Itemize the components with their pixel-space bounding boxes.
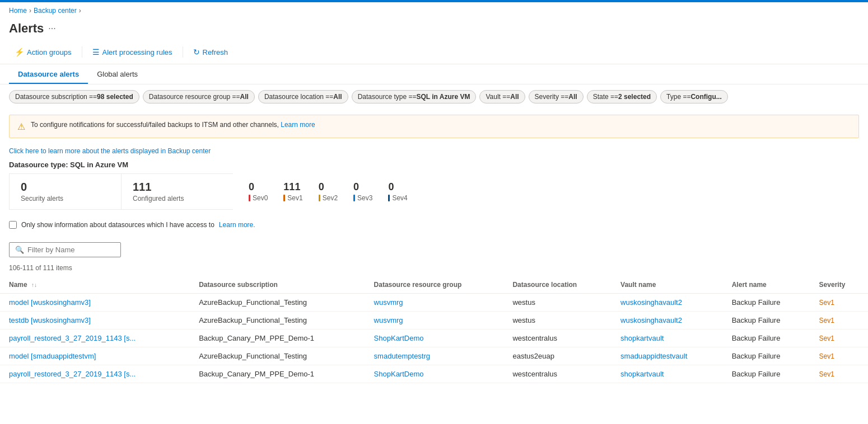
sev2-count: 0	[319, 181, 324, 193]
sev0-label: Sev0	[253, 194, 268, 202]
cell-resource-group: wusvmrg	[365, 294, 504, 312]
page-title: Alerts	[9, 21, 44, 36]
toolbar-divider-1	[82, 46, 82, 58]
cell-name: payroll_restored_3_27_2019_1143 [s...	[0, 365, 190, 383]
page-header: Alerts ···	[0, 19, 868, 43]
sev1-label: Sev1	[287, 194, 302, 202]
cell-severity: Sev1	[810, 294, 868, 312]
row-rg-link[interactable]: ShopKartDemo	[374, 334, 424, 342]
cell-location: eastus2euap	[503, 347, 612, 365]
filter-subscription[interactable]: Datasource subscription == 98 selected	[9, 90, 139, 103]
severity-badge: Sev1	[819, 317, 834, 324]
action-groups-icon: ⚡	[15, 48, 24, 56]
filter-resource-group[interactable]: Datasource resource group == All	[143, 90, 255, 103]
row-rg-link[interactable]: wusvmrg	[374, 316, 403, 324]
cell-name: model [wuskosinghamv3]	[0, 294, 190, 312]
filter-location[interactable]: Datasource location == All	[258, 90, 348, 103]
toolbar: ⚡ Action groups ☰ Alert processing rules…	[0, 43, 868, 64]
filter-rg-value: All	[240, 93, 249, 101]
sev3-count: 0	[353, 181, 359, 193]
table-body: model [wuskosinghamv3] AzureBackup_Funct…	[0, 294, 868, 383]
cell-subscription: AzureBackup_Functional_Testing	[190, 347, 365, 365]
refresh-label: Refresh	[203, 48, 228, 56]
filter-vault-value: All	[510, 93, 519, 101]
filter-type-value: SQL in Azure VM	[416, 93, 470, 101]
col-severity: Severity	[810, 276, 868, 294]
info-link[interactable]: Click here to learn more about the alert…	[0, 144, 868, 158]
cell-alert-name: Backup Failure	[723, 347, 810, 365]
configured-alerts-card[interactable]: 111 Configured alerts	[121, 173, 233, 210]
row-name-link[interactable]: model [smaduappidtestvm]	[9, 352, 96, 360]
action-groups-label: Action groups	[27, 48, 72, 56]
cell-location: westus	[503, 294, 612, 312]
breadcrumb-home[interactable]: Home	[9, 7, 27, 15]
warning-learn-more-link[interactable]: Learn more	[281, 121, 315, 129]
sev0-item: 0 Sev0	[249, 181, 268, 202]
cell-location: westcentralus	[503, 365, 612, 383]
table-row: payroll_restored_3_27_2019_1143 [s... Ba…	[0, 329, 868, 347]
sev3-item: 0 Sev3	[353, 181, 372, 202]
row-vault-link[interactable]: wuskosinghavault2	[620, 316, 682, 324]
search-input[interactable]	[27, 246, 115, 254]
severity-badge: Sev1	[819, 335, 834, 342]
cell-severity: Sev1	[810, 312, 868, 329]
filter-vault[interactable]: Vault == All	[479, 90, 525, 103]
filter-loc-value: All	[333, 93, 342, 101]
table-row: model [wuskosinghamv3] AzureBackup_Funct…	[0, 294, 868, 312]
page-menu-dots[interactable]: ···	[48, 23, 55, 34]
sev4-label: Sev4	[392, 194, 407, 202]
action-groups-button[interactable]: ⚡ Action groups	[9, 45, 77, 59]
row-vault-link[interactable]: shopkartvault	[620, 370, 664, 378]
filter-rg-text: Datasource resource group ==	[149, 93, 240, 101]
row-rg-link[interactable]: smadutemptestrg	[374, 352, 430, 360]
toolbar-divider-2	[183, 46, 183, 58]
severity-badge: Sev1	[819, 299, 834, 307]
cell-alert-name: Backup Failure	[723, 294, 810, 312]
cell-name: testdb [wuskosinghamv3]	[0, 312, 190, 329]
filter-severity[interactable]: Severity == All	[529, 90, 584, 103]
configured-alerts-count: 111	[133, 181, 222, 194]
cell-severity: Sev1	[810, 329, 868, 347]
alert-processing-rules-button[interactable]: ☰ Alert processing rules	[87, 45, 178, 59]
sev3-label: Sev3	[357, 194, 372, 202]
row-rg-link[interactable]: wusvmrg	[374, 298, 403, 307]
refresh-button[interactable]: ↻ Refresh	[188, 45, 234, 59]
filter-type[interactable]: Datasource type == SQL in Azure VM	[352, 90, 477, 103]
checkbox-learn-more-link[interactable]: Learn more.	[219, 221, 255, 229]
row-vault-link[interactable]: smaduappidtestvault	[620, 352, 687, 360]
row-rg-link[interactable]: ShopKartDemo	[374, 370, 424, 378]
row-name-link[interactable]: model [wuskosinghamv3]	[9, 298, 91, 307]
access-checkbox[interactable]	[9, 221, 17, 229]
cell-alert-name: Backup Failure	[723, 329, 810, 347]
tab-datasource-alerts[interactable]: Datasource alerts	[9, 64, 88, 84]
severity-badge: Sev1	[819, 352, 834, 360]
cell-alert-name: Backup Failure	[723, 365, 810, 383]
row-name-link[interactable]: payroll_restored_3_27_2019_1143 [s...	[9, 334, 136, 342]
filter-state-text: State ==	[593, 93, 618, 101]
cell-vault-name: shopkartvault	[612, 329, 723, 347]
sev1-count: 111	[283, 181, 300, 193]
sev1-bar-icon	[283, 195, 285, 201]
table-row: model [smaduappidtestvm] AzureBackup_Fun…	[0, 347, 868, 365]
row-name-link[interactable]: payroll_restored_3_27_2019_1143 [s...	[9, 370, 136, 378]
security-alerts-label: Security alerts	[21, 195, 110, 202]
refresh-icon: ↻	[193, 48, 200, 56]
sort-icon-name[interactable]: ↑↓	[31, 282, 37, 288]
security-alerts-card[interactable]: 0 Security alerts	[9, 173, 121, 210]
breadcrumb-backup-center[interactable]: Backup center	[34, 7, 77, 15]
security-alerts-count: 0	[21, 181, 110, 194]
cell-severity: Sev1	[810, 365, 868, 383]
filter-severity-value: All	[568, 93, 577, 101]
metrics-row: 0 Security alerts 111 Configured alerts …	[0, 173, 868, 216]
filters-bar: Datasource subscription == 98 selected D…	[0, 84, 868, 109]
cell-subscription: AzureBackup_Functional_Testing	[190, 294, 365, 312]
filter-alert-type[interactable]: Type == Configu...	[660, 90, 728, 103]
row-vault-link[interactable]: wuskosinghavault2	[620, 298, 682, 307]
filter-state[interactable]: State == 2 selected	[587, 90, 657, 103]
row-vault-link[interactable]: shopkartvault	[620, 334, 664, 342]
cell-name: model [smaduappidtestvm]	[0, 347, 190, 365]
row-name-link[interactable]: testdb [wuskosinghamv3]	[9, 316, 91, 324]
sev4-bar-icon	[388, 195, 390, 201]
tab-global-alerts[interactable]: Global alerts	[88, 64, 147, 84]
col-resource-group: Datasource resource group	[365, 276, 504, 294]
